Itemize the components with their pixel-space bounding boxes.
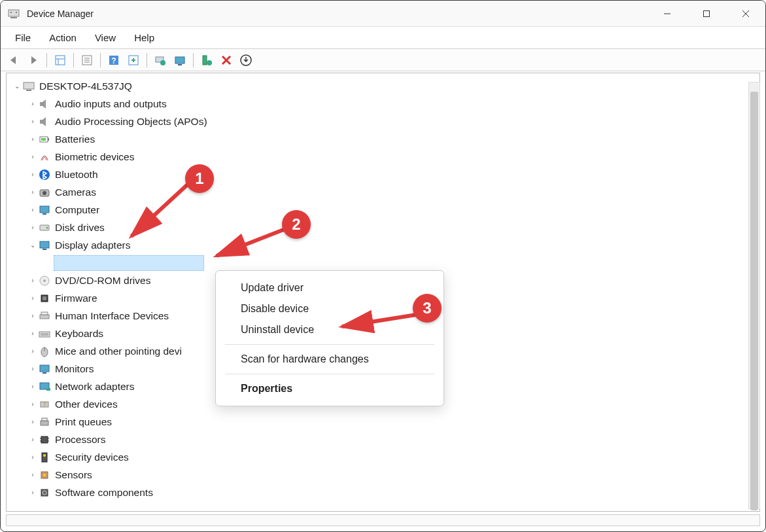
- chevron-right-icon[interactable]: ›: [27, 343, 38, 360]
- chevron-right-icon[interactable]: ›: [27, 414, 38, 431]
- chevron-right-icon[interactable]: ›: [27, 308, 38, 325]
- cm-uninstall-device[interactable]: Uninstall device: [216, 319, 444, 340]
- chevron-right-icon[interactable]: ›: [27, 166, 38, 183]
- tree-node-label: Processors: [55, 431, 106, 448]
- scan-hardware-button[interactable]: [171, 52, 189, 69]
- toolbar-sep: [73, 53, 74, 67]
- svg-rect-44: [41, 312, 48, 315]
- toolbar-sep: [147, 53, 147, 67]
- chevron-right-icon[interactable]: ›: [27, 378, 38, 395]
- cpu-icon: [38, 433, 51, 446]
- tree-node-display[interactable]: ⌄Display adapters: [12, 236, 759, 254]
- tree-node-label: Mice and other pointing devi: [55, 343, 182, 360]
- chevron-right-icon[interactable]: ›: [27, 484, 38, 501]
- minimize-button[interactable]: [648, 1, 687, 26]
- cm-update-driver[interactable]: Update driver: [216, 277, 444, 298]
- chevron-right-icon[interactable]: ›: [27, 131, 38, 148]
- tree-node-sensor[interactable]: ›Sensors: [12, 466, 759, 484]
- svg-rect-34: [43, 213, 46, 215]
- chevron-right-icon[interactable]: ›: [27, 113, 38, 130]
- properties-button[interactable]: [78, 52, 96, 69]
- disable-device-button[interactable]: [217, 52, 235, 69]
- cm-disable-device[interactable]: Disable device: [216, 298, 444, 319]
- svg-rect-28: [48, 138, 49, 141]
- menu-file[interactable]: File: [7, 29, 39, 46]
- menu-view[interactable]: View: [87, 29, 124, 46]
- svg-rect-33: [40, 206, 49, 213]
- sensor-icon: [38, 469, 51, 482]
- chevron-right-icon[interactable]: ›: [27, 431, 38, 448]
- tree-node-speaker[interactable]: ›Audio Processing Objects (APOs): [12, 113, 759, 130]
- tree-node-speaker[interactable]: ›Audio inputs and outputs: [12, 95, 759, 113]
- tree-node-label: Display adapters: [55, 237, 130, 254]
- tree-node-software[interactable]: ›Software components: [12, 484, 759, 501]
- chevron-right-icon[interactable]: ›: [27, 202, 38, 219]
- svg-text:?: ?: [111, 56, 116, 65]
- enable-device-button[interactable]: [198, 52, 216, 69]
- action-button[interactable]: [124, 52, 143, 69]
- chevron-right-icon[interactable]: ›: [27, 325, 38, 342]
- nav-forward-button[interactable]: [24, 52, 43, 69]
- tree-node-label: Audio inputs and outputs: [55, 96, 167, 113]
- menu-help[interactable]: Help: [126, 29, 162, 46]
- uninstall-device-button[interactable]: [237, 52, 255, 69]
- tree-node-printer[interactable]: ›Print queues: [12, 413, 759, 431]
- tree-node-label: Disk drives: [55, 219, 105, 236]
- maximize-button[interactable]: [687, 1, 726, 26]
- svg-rect-58: [41, 436, 48, 443]
- tree-root[interactable]: ⌄ DESKTOP-4L537JQ: [12, 77, 759, 95]
- svg-rect-45: [39, 332, 50, 337]
- help-button[interactable]: ?: [105, 52, 123, 69]
- tree-node-camera[interactable]: ›Cameras: [12, 183, 759, 201]
- chevron-down-icon[interactable]: ⌄: [12, 78, 22, 95]
- window-title: Device Manager: [27, 9, 94, 19]
- show-hide-tree-button[interactable]: [51, 52, 69, 69]
- chevron-right-icon[interactable]: ›: [27, 290, 38, 307]
- chevron-right-icon[interactable]: ›: [27, 467, 38, 484]
- scrollbar-thumb[interactable]: [750, 92, 758, 510]
- close-button[interactable]: [726, 1, 765, 26]
- chevron-right-icon[interactable]: ›: [27, 184, 38, 201]
- nav-back-button[interactable]: [5, 52, 23, 69]
- svg-point-32: [43, 191, 46, 195]
- tree-node-battery[interactable]: ›Batteries: [12, 130, 759, 148]
- chevron-down-icon[interactable]: ⌄: [27, 237, 38, 254]
- tree-node-fingerprint[interactable]: ›Biometric devices: [12, 148, 759, 166]
- svg-rect-37: [40, 241, 49, 248]
- cm-separator: [225, 344, 434, 345]
- toolbar: ?: [1, 49, 765, 71]
- vertical-scrollbar[interactable]: [748, 82, 760, 509]
- tree-node-bluetooth[interactable]: ›Bluetooth: [12, 166, 759, 183]
- svg-point-19: [160, 60, 165, 65]
- chevron-right-icon[interactable]: ›: [27, 361, 38, 378]
- tree-node-cpu[interactable]: ›Processors: [12, 431, 759, 448]
- tree-node-label: Human Interface Devices: [55, 308, 169, 325]
- tree-node-monitor[interactable]: ›Computer: [12, 201, 759, 219]
- chevron-right-icon[interactable]: ›: [27, 219, 38, 236]
- svg-rect-53: [46, 388, 50, 391]
- svg-rect-20: [175, 57, 184, 63]
- svg-rect-5: [704, 10, 710, 16]
- cm-properties[interactable]: Properties: [216, 378, 444, 399]
- svg-point-23: [207, 60, 212, 65]
- svg-rect-0: [9, 10, 19, 16]
- menu-action[interactable]: Action: [41, 29, 84, 46]
- printer-icon: [38, 416, 51, 429]
- update-driver-button[interactable]: [151, 52, 169, 69]
- cm-separator: [225, 374, 434, 374]
- bluetooth-icon: [38, 168, 51, 181]
- tree-node-selected-child[interactable]: [12, 254, 759, 272]
- chevron-right-icon[interactable]: ›: [27, 449, 38, 466]
- tree-node-label: Keyboards: [55, 325, 103, 342]
- svg-rect-1: [10, 17, 17, 18]
- context-menu: Update driver Disable device Uninstall d…: [215, 270, 444, 406]
- tree-node-security[interactable]: ›Security devices: [12, 448, 759, 466]
- tree-node-disk[interactable]: ›Disk drives: [12, 219, 759, 236]
- chevron-right-icon[interactable]: ›: [27, 149, 38, 166]
- tree-node-label: Sensors: [55, 467, 92, 484]
- cm-scan-hardware[interactable]: Scan for hardware changes: [216, 349, 444, 370]
- chevron-right-icon[interactable]: ›: [27, 396, 38, 413]
- tree-node-label: Audio Processing Objects (APOs): [55, 113, 207, 130]
- chevron-right-icon[interactable]: ›: [27, 96, 38, 113]
- chevron-right-icon[interactable]: ›: [27, 272, 38, 289]
